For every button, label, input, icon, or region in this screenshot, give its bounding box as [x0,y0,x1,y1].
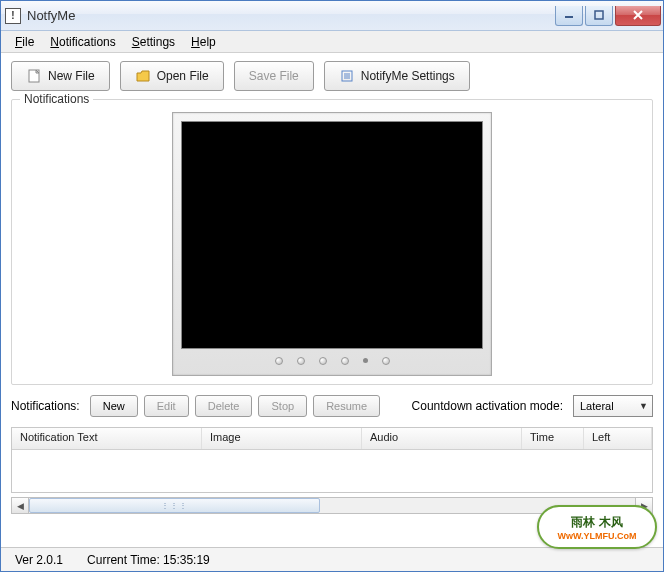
th-time[interactable]: Time [522,428,584,449]
preview-dots [181,349,483,367]
dot-icon [297,357,305,365]
th-left[interactable]: Left [584,428,652,449]
new-file-label: New File [48,69,95,83]
scroll-left-button[interactable]: ◀ [12,498,29,513]
menu-settings-label: ettings [140,35,175,49]
mode-value: Lateral [580,400,614,412]
mode-label: Countdown activation mode: [412,399,563,413]
version-label: Ver 2.0.1 [11,553,67,567]
new-button[interactable]: New [90,395,138,417]
dot-icon [341,357,349,365]
menu-help[interactable]: Help [183,33,224,51]
svg-rect-1 [595,11,603,19]
table-header: Notification Text Image Audio Time Left [12,428,652,450]
dot-icon [319,357,327,365]
watermark-url: WwW.YLMFU.CoM [558,531,637,541]
preview-frame [172,112,492,376]
window-controls [553,6,661,26]
svg-rect-0 [565,16,573,18]
open-file-icon [135,68,151,84]
menu-notifications-label: otifications [59,35,116,49]
titlebar: ! NotfyMe [1,1,663,31]
table-body [12,450,652,492]
action-row: Notifications: New Edit Delete Stop Resu… [1,385,663,427]
th-audio[interactable]: Audio [362,428,522,449]
notifications-group: Notifications [11,99,653,385]
time-value: 15:35:19 [163,553,210,567]
grip-icon: ⋮⋮⋮ [161,501,188,510]
new-file-icon [26,68,42,84]
edit-button: Edit [144,395,189,417]
statusbar: Ver 2.0.1 Current Time: 15:35:19 [1,547,663,571]
open-file-button[interactable]: Open File [120,61,224,91]
menu-file-label: ile [22,35,34,49]
watermark-badge: 雨林 木风 WwW.YLMFU.CoM [537,505,657,549]
th-image[interactable]: Image [202,428,362,449]
delete-button: Delete [195,395,253,417]
scroll-thumb[interactable]: ⋮⋮⋮ [29,498,320,513]
new-file-button[interactable]: New File [11,61,110,91]
watermark-cn: 雨林 木风 [571,514,622,531]
notifyme-settings-label: NotifyMe Settings [361,69,455,83]
current-time: Current Time: 15:35:19 [83,553,214,567]
dot-icon [382,357,390,365]
maximize-button[interactable] [585,6,613,26]
close-button[interactable] [615,6,661,26]
preview-screen [181,121,483,349]
notifications-table: Notification Text Image Audio Time Left [11,427,653,493]
dot-icon [363,358,368,363]
menu-help-label: elp [200,35,216,49]
stop-button: Stop [258,395,307,417]
notifyme-settings-button[interactable]: NotifyMe Settings [324,61,470,91]
menu-notifications[interactable]: Notifications [42,33,123,51]
toolbar: New File Open File Save File NotifyMe Se… [1,53,663,99]
group-label: Notifications [20,92,93,106]
resume-button: Resume [313,395,380,417]
app-icon: ! [5,8,21,24]
settings-icon [339,68,355,84]
chevron-down-icon: ▼ [639,401,648,411]
actions-label: Notifications: [11,399,80,413]
save-file-label: Save File [249,69,299,83]
time-label: Current Time: [87,553,160,567]
menu-settings[interactable]: Settings [124,33,183,51]
preview-area [20,112,644,376]
minimize-button[interactable] [555,6,583,26]
th-text[interactable]: Notification Text [12,428,202,449]
save-file-button: Save File [234,61,314,91]
open-file-label: Open File [157,69,209,83]
mode-combo[interactable]: Lateral ▼ [573,395,653,417]
dot-icon [275,357,283,365]
menubar: File Notifications Settings Help [1,31,663,53]
window-title: NotfyMe [27,8,553,23]
menu-file[interactable]: File [7,33,42,51]
